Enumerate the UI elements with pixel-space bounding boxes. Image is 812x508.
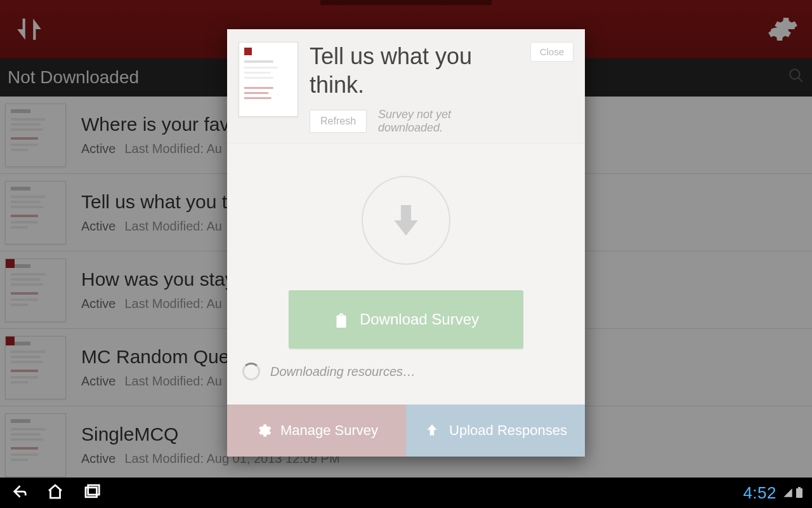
modal-title: Tell us what you think. xyxy=(310,42,519,99)
modal-thumbnail xyxy=(239,42,298,117)
manage-survey-button[interactable]: Manage Survey xyxy=(227,404,406,457)
back-icon[interactable] xyxy=(9,482,28,504)
svg-rect-3 xyxy=(798,487,801,488)
modal-body: Download Survey Downloading resources… xyxy=(227,144,585,404)
svg-rect-2 xyxy=(796,488,802,498)
progress-text: Downloading resources… xyxy=(270,364,416,379)
close-button[interactable]: Close xyxy=(530,42,573,62)
recents-icon[interactable] xyxy=(82,482,102,504)
refresh-button[interactable]: Refresh xyxy=(310,110,367,133)
upload-icon xyxy=(424,422,440,439)
upload-responses-label: Upload Responses xyxy=(449,422,567,439)
battery-icon xyxy=(796,487,803,498)
clipboard-icon xyxy=(333,311,350,328)
signal-icon xyxy=(783,488,793,498)
status-icons xyxy=(783,487,803,498)
modal-header: Tell us what you think. Refresh Survey n… xyxy=(227,29,585,144)
home-icon[interactable] xyxy=(46,482,65,504)
spinner-icon xyxy=(242,363,260,380)
modal-status: Survey not yet downloaded. xyxy=(378,108,519,135)
survey-modal: Tell us what you think. Refresh Survey n… xyxy=(227,29,585,457)
download-survey-label: Download Survey xyxy=(360,311,479,328)
gear-icon xyxy=(255,422,272,439)
download-icon xyxy=(362,176,450,265)
system-nav-bar: 4:52 xyxy=(0,478,812,508)
modal-footer: Manage Survey Upload Responses xyxy=(227,404,585,457)
manage-survey-label: Manage Survey xyxy=(280,422,378,439)
download-survey-button[interactable]: Download Survey xyxy=(289,290,523,349)
upload-responses-button[interactable]: Upload Responses xyxy=(406,404,585,457)
clock: 4:52 xyxy=(743,483,776,503)
progress-row: Downloading resources… xyxy=(227,349,585,393)
